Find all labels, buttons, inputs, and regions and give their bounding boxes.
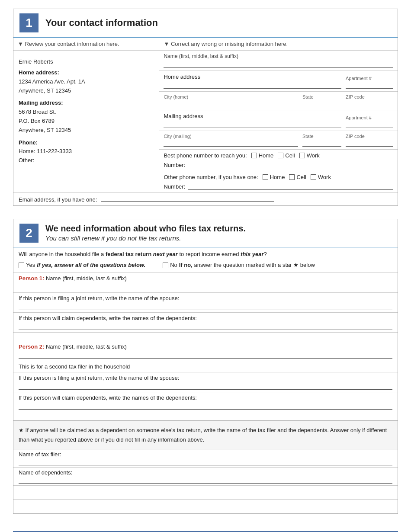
tax-filer-input[interactable] (19, 458, 392, 465)
mailing-address-field-line: Mailing address Apartment # (164, 113, 393, 128)
other-home-checkbox[interactable] (263, 174, 268, 180)
mailing-zip-input[interactable] (346, 139, 393, 147)
person2-second-filer-note: This is for a second tax filer in the ho… (13, 361, 398, 372)
yes-checkbox[interactable] (19, 263, 24, 268)
phone-block: Phone: Home: 111-222-3333 Other: (19, 138, 154, 165)
person2-dependents-input[interactable] (19, 402, 392, 410)
no-checkbox[interactable] (163, 263, 168, 268)
mailing-city-row: City (mailing) State ZIP code (159, 131, 398, 150)
other-work-label: Work (318, 174, 331, 180)
home-address-input[interactable] (164, 81, 341, 89)
section2-title-block: We need information about who files tax … (45, 224, 246, 242)
best-home-checkbox[interactable] (251, 153, 257, 158)
no-option: No If no, answer the question marked wit… (163, 261, 315, 270)
home-address-field-line: Home address Apartment # (164, 74, 393, 89)
best-phone-number-label: Number: (164, 162, 185, 168)
section1-header: 1 Your contact information (13, 9, 398, 38)
section2: 2 We need information about who files ta… (13, 219, 398, 514)
person2-name-header: Person 2: Name (first, middle, last & su… (13, 341, 398, 361)
home-city-col: City (home) (164, 94, 298, 107)
best-work-label: Work (307, 152, 320, 159)
other-phone-checkboxes: Home Cell Work (263, 174, 331, 180)
email-input[interactable] (101, 195, 274, 202)
home-zip-label: ZIP code (346, 94, 393, 99)
best-work-checkbox[interactable] (299, 153, 305, 158)
other-phone-number-input[interactable] (188, 182, 393, 190)
person2-dependents-label: If this person will claim dependents, wr… (19, 394, 197, 401)
other-phone-number-line: Number: (164, 182, 393, 190)
person2-joint-input[interactable] (19, 382, 392, 390)
person1-joint-input[interactable] (19, 302, 392, 310)
best-phone-number-input[interactable] (188, 160, 393, 168)
person2-label: Person 2: (19, 343, 44, 350)
mailing-state-label: State (302, 134, 341, 139)
mailing-apt-input[interactable] (346, 120, 393, 128)
mailing-rest-label: address (183, 113, 203, 119)
mailing-address-left: Mailing address (164, 113, 341, 128)
other-phone-line1: Other phone number, if you have one: Hom… (164, 174, 393, 180)
section2-subtitle: You can still renew if you do not file t… (45, 234, 246, 242)
star-text: ★ If anyone will be claimed as a depende… (19, 427, 387, 443)
home-state-input[interactable] (302, 99, 341, 107)
home-apt-col: Apartment # (346, 76, 393, 89)
mailing-line2: P.O. Box 6789 (19, 117, 154, 126)
best-cell-checkbox[interactable] (278, 153, 283, 158)
home-address-line2: Anywhere, ST 12345 (19, 87, 154, 96)
person1-name-label: Name (first, middle, last & suffix) (46, 275, 127, 282)
mailing-city-col: City (mailing) (164, 134, 298, 147)
mailing-address-label: Mailing address: (19, 99, 154, 108)
name-label: Name (first, middle, last & suffix) (164, 53, 393, 59)
home-zip-input[interactable] (346, 99, 393, 107)
dependents-label: Name of dependents: (19, 469, 72, 476)
person1-name-input[interactable] (19, 282, 392, 290)
person1-name-header: Person 1: Name (first, middle, last & su… (13, 273, 398, 293)
section1-number: 1 (19, 13, 39, 32)
tax-return-question-row: Will anyone in the household file a fede… (13, 247, 398, 273)
home-city-label: City (home) (164, 94, 298, 99)
home-city-field-line: City (home) State ZIP code (164, 94, 393, 107)
home-phone: Home: 111-222-3333 (19, 147, 154, 156)
home-state-label: State (302, 94, 341, 99)
dependents-input[interactable] (19, 477, 392, 484)
mailing-apt-col: Apartment # (346, 115, 393, 128)
home-city-input[interactable] (164, 99, 298, 107)
home-zip-col: ZIP code (346, 94, 393, 107)
home-apt-label: Apartment # (346, 76, 393, 81)
mailing-line3: Anywhere, ST 12345 (19, 126, 154, 135)
name-field-line (164, 60, 393, 68)
name-input[interactable] (164, 60, 393, 68)
dependents-row: Name of dependents: (13, 468, 398, 486)
best-phone-row: Best phone number to reach you: Home Cel… (159, 150, 398, 171)
home-address-line1: 1234 America Ave. Apt. 1A (19, 77, 154, 87)
contact-body: Ernie Roberts Home address: 1234 America… (13, 51, 398, 192)
home-state-col: State (302, 94, 341, 107)
section1: 1 Your contact information ▼ Review your… (13, 9, 398, 206)
name-row: Name (first, middle, last & suffix) (159, 51, 398, 71)
tax-filer-row: Name of tax filer: (13, 449, 398, 468)
yes-no-row: Yes If yes, answer all of the questions … (19, 261, 392, 270)
home-address-left: Home address (164, 74, 341, 89)
person2-name-input[interactable] (19, 351, 392, 359)
right-col-header: ▼ Correct any wrong or missing informati… (159, 38, 292, 50)
home-address-bold-label: Home (164, 74, 179, 80)
mailing-address-input[interactable] (164, 120, 341, 128)
other-cell-checkbox[interactable] (289, 174, 295, 180)
other-work-checkbox[interactable] (311, 174, 316, 180)
mailing-city-input[interactable] (164, 139, 298, 147)
left-col-header: ▼ Review your contact information here. (13, 38, 159, 50)
home-address-label: Home address: (19, 68, 154, 77)
mailing-city-field-line: City (mailing) State ZIP code (164, 134, 393, 147)
column-headers: ▼ Review your contact information here. … (13, 38, 398, 51)
star-section: ★ If anyone will be claimed as a depende… (13, 421, 398, 449)
phone-label: Phone: (19, 138, 154, 147)
person2-spacer (13, 412, 398, 421)
email-row: Email address, if you have one: (13, 192, 398, 205)
person2-joint-row: If this person is filing a joint return,… (13, 372, 398, 392)
person1-label: Person 1: (19, 275, 44, 282)
mailing-state-input[interactable] (302, 139, 341, 147)
home-apt-input[interactable] (346, 81, 393, 89)
best-phone-checkboxes: Home Cell Work (251, 152, 320, 159)
person1-dependents-input[interactable] (19, 322, 392, 330)
other-home-label: Home (270, 174, 285, 180)
yes-option: Yes If yes, answer all of the questions … (19, 261, 145, 270)
